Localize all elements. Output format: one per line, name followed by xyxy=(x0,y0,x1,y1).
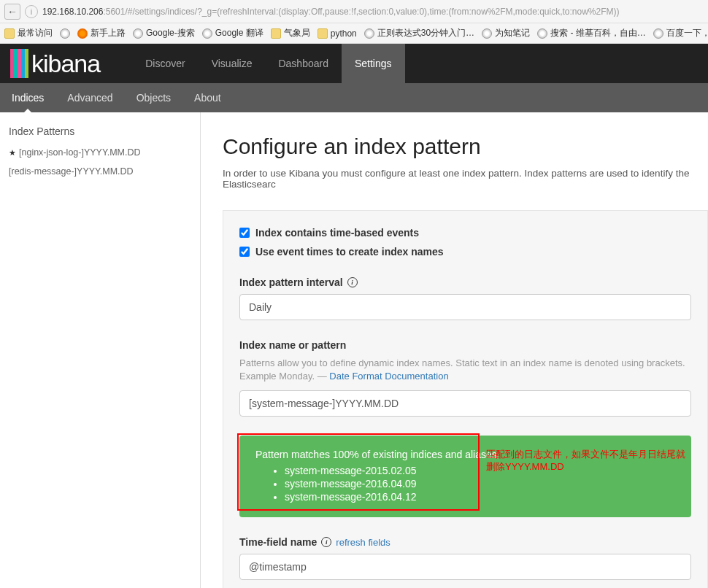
nav-settings[interactable]: Settings xyxy=(342,44,405,83)
refresh-fields-link[interactable]: refresh fields xyxy=(336,537,390,548)
bookmark-item[interactable]: 气象局 xyxy=(271,27,310,39)
info-icon[interactable]: i xyxy=(347,277,358,287)
info-icon[interactable]: i xyxy=(25,5,38,18)
globe-icon xyxy=(653,28,663,39)
match-item: system-message-2016.04.12 xyxy=(285,491,675,503)
bookmark-item[interactable]: Google 翻译 xyxy=(202,27,263,39)
nav-discover[interactable]: Discover xyxy=(132,44,198,83)
globe-icon xyxy=(537,28,547,39)
annotation-note: 匹配到的日志文件，如果文件不是年月日结尾就删除YYYY.MM.DD xyxy=(486,449,691,473)
date-format-doc-link[interactable]: Date Format Documentation xyxy=(329,371,448,382)
globe-icon xyxy=(202,28,212,39)
url-field[interactable]: 192.168.10.206:5601/#/settings/indices/?… xyxy=(42,7,704,17)
bookmark-item[interactable]: 最常访问 xyxy=(4,27,53,39)
form-box: Index contains time-based events Use eve… xyxy=(223,210,708,588)
subnav-about[interactable]: About xyxy=(182,83,233,112)
logo-stripes-icon xyxy=(10,49,28,78)
match-item: system-message-2016.04.09 xyxy=(285,478,675,490)
kibana-logo[interactable]: kibana xyxy=(0,44,110,83)
event-times-label: Use event times to create index names xyxy=(255,246,444,258)
index-pattern-item[interactable]: [redis-message-]YYYY.MM.DD xyxy=(0,162,200,181)
nav-visualize[interactable]: Visualize xyxy=(199,44,266,83)
subnav-indices[interactable]: Indices xyxy=(0,83,55,112)
globe-icon xyxy=(482,28,492,39)
kibana-top-nav: kibana DiscoverVisualizeDashboardSetting… xyxy=(0,44,708,83)
url-port: :5601 xyxy=(103,7,125,17)
bookmark-item[interactable]: 搜索 - 维基百科，自由… xyxy=(537,27,646,39)
globe-icon xyxy=(133,28,143,39)
folder-icon xyxy=(4,28,15,39)
firefox-icon xyxy=(77,28,88,39)
sidebar-title: Index Patterns xyxy=(0,120,200,143)
browser-address-bar: ← i 192.168.10.206:5601/#/settings/indic… xyxy=(0,0,708,23)
index-name-input[interactable] xyxy=(239,390,691,417)
bookmark-item[interactable]: 百度一下，你 xyxy=(653,27,708,39)
globe-icon xyxy=(364,28,374,39)
interval-label: Index pattern interval xyxy=(239,276,343,288)
globe-icon xyxy=(60,28,70,39)
folder-icon xyxy=(271,28,281,39)
event-times-checkbox[interactable] xyxy=(239,247,250,257)
star-icon: ★ xyxy=(9,148,16,158)
subnav-advanced[interactable]: Advanced xyxy=(55,83,124,112)
interval-select[interactable]: Daily xyxy=(239,294,691,320)
bookmark-item[interactable]: Google-搜索 xyxy=(133,27,195,39)
index-name-label: Index name or pattern xyxy=(239,339,346,351)
folder-icon xyxy=(318,28,328,39)
time-based-checkbox[interactable] xyxy=(239,228,250,238)
bookmark-item[interactable]: 新手上路 xyxy=(77,27,126,39)
nav-items: DiscoverVisualizeDashboardSettings xyxy=(132,44,404,83)
page-title: Configure an index pattern xyxy=(223,134,708,159)
url-host: 192.168.10.206 xyxy=(42,7,103,17)
nav-dashboard[interactable]: Dashboard xyxy=(265,44,342,83)
page-subtitle: In order to use Kibana you must configur… xyxy=(223,168,708,190)
main-content: Configure an index pattern In order to u… xyxy=(201,112,708,588)
timefield-label: Time-field name xyxy=(239,536,317,548)
url-path: /#/settings/indices/?_g=(refreshInterval… xyxy=(125,7,619,17)
bookmark-item[interactable]: python xyxy=(318,28,357,39)
timefield-select[interactable]: @timestamp xyxy=(239,554,691,580)
subnav-objects[interactable]: Objects xyxy=(125,83,182,112)
settings-sub-nav: IndicesAdvancedObjectsAbout xyxy=(0,83,708,112)
bookmark-item[interactable]: 正则表达式30分钟入门… xyxy=(364,27,474,39)
back-button[interactable]: ← xyxy=(4,4,20,20)
logo-text: kibana xyxy=(31,50,100,78)
time-based-label: Index contains time-based events xyxy=(255,227,419,239)
sidebar: Index Patterns ★[nginx-json-log-]YYYY.MM… xyxy=(0,112,201,588)
bookmarks-bar: 最常访问新手上路Google-搜索Google 翻译气象局python正则表达式… xyxy=(0,23,708,44)
index-pattern-item[interactable]: ★[nginx-json-log-]YYYY.MM.DD xyxy=(0,143,200,162)
index-name-help: Patterns allow you to define dynamic ind… xyxy=(239,357,691,383)
bookmark-item[interactable] xyxy=(60,28,70,39)
bookmark-item[interactable]: 为知笔记 xyxy=(482,27,530,39)
match-panel: Pattern matches 100% of existing indices… xyxy=(239,436,691,517)
info-icon[interactable]: i xyxy=(321,537,331,547)
